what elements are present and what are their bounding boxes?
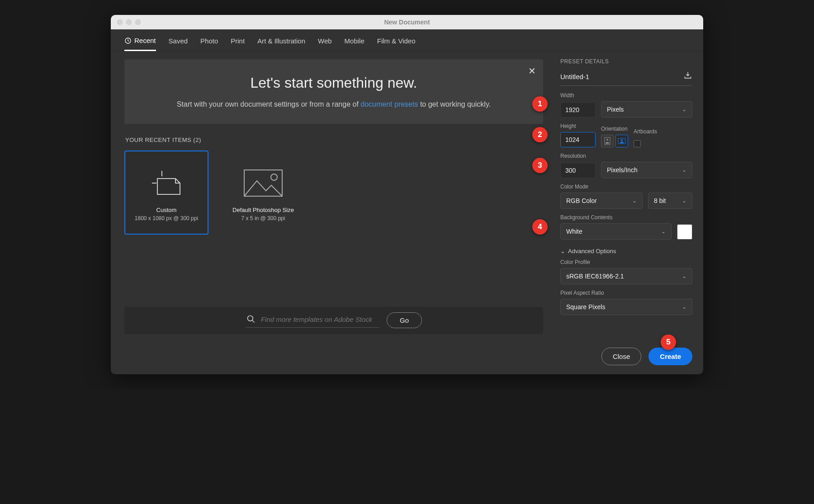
category-tabs: Recent Saved Photo Print Art & Illustrat…	[111, 29, 703, 51]
annotation-marker-4: 4	[532, 219, 548, 235]
resolution-unit-select[interactable]: Pixels/Inch⌄	[601, 162, 692, 178]
preset-name: Default Photoshop Size	[232, 207, 294, 213]
chevron-down-icon: ⌄	[682, 198, 686, 204]
window-title: New Document	[111, 19, 703, 26]
artboards-checkbox[interactable]	[634, 140, 641, 147]
tab-art[interactable]: Art & Illustration	[257, 37, 305, 51]
traffic-light-zoom[interactable]	[135, 19, 141, 25]
go-button[interactable]: Go	[387, 312, 422, 328]
annotation-marker-5: 5	[661, 334, 676, 350]
preset-custom[interactable]: Custom 1800 x 1080 px @ 300 ppi	[124, 151, 208, 235]
preset-details-panel: PRESET DETAILS Width Pixels⌄ Height Orie…	[549, 51, 703, 374]
traffic-light-minimize[interactable]	[126, 19, 132, 25]
tab-mobile[interactable]: Mobile	[345, 37, 364, 51]
height-label: Height	[560, 123, 596, 129]
resolution-input[interactable]	[560, 163, 596, 178]
annotation-marker-2: 2	[532, 127, 548, 142]
tab-film[interactable]: Film & Video	[377, 37, 416, 51]
artboards-label: Artboards	[634, 128, 657, 135]
recent-items-header: YOUR RECENT ITEMS (2)	[125, 137, 543, 143]
advanced-options-toggle[interactable]: ⌄Advanced Options	[560, 248, 692, 254]
bg-contents-label: Background Contents	[560, 214, 692, 221]
window-controls	[111, 19, 141, 25]
width-unit-select[interactable]: Pixels⌄	[601, 101, 692, 118]
bit-depth-select[interactable]: 8 bit⌄	[648, 193, 692, 209]
par-label: Pixel Aspect Ratio	[560, 290, 692, 296]
chevron-down-icon: ⌄	[632, 198, 637, 204]
bg-color-swatch[interactable]	[677, 224, 692, 240]
intro-text: Start with your own document settings or…	[142, 99, 525, 110]
svg-point-5	[247, 316, 253, 321]
color-profile-label: Color Profile	[560, 259, 692, 265]
color-mode-label: Color Mode	[560, 184, 692, 190]
clock-icon	[124, 37, 132, 44]
document-presets-link[interactable]: document presets	[360, 100, 418, 108]
main-panel: ✕ Let's start something new. Start with …	[111, 51, 549, 374]
preset-name: Custom	[156, 207, 177, 213]
resolution-label: Resolution	[560, 153, 692, 159]
titlebar: New Document	[111, 15, 703, 29]
tab-saved[interactable]: Saved	[169, 37, 188, 51]
create-button[interactable]: Create	[648, 348, 692, 365]
stock-search-input[interactable]	[261, 316, 379, 323]
tab-recent[interactable]: Recent	[124, 37, 156, 51]
width-input[interactable]	[560, 102, 596, 118]
image-preset-icon	[241, 163, 285, 203]
par-select[interactable]: Square Pixels⌄	[560, 299, 692, 315]
svg-point-4	[271, 174, 277, 180]
preset-details-title: PRESET DETAILS	[560, 58, 692, 65]
orientation-portrait[interactable]	[601, 135, 614, 147]
download-preset-icon[interactable]	[683, 71, 692, 82]
tab-photo[interactable]: Photo	[200, 37, 218, 51]
preset-sub: 7 x 5 in @ 300 ppi	[241, 215, 285, 221]
intro-headline: Let's start something new.	[142, 75, 525, 91]
svg-rect-3	[244, 170, 282, 196]
tab-web[interactable]: Web	[318, 37, 332, 51]
preset-list: Custom 1800 x 1080 px @ 300 ppi Default …	[124, 151, 543, 235]
svg-point-8	[606, 139, 608, 141]
svg-line-6	[252, 320, 254, 323]
orientation-label: Orientation	[601, 126, 628, 132]
annotation-marker-1: 1	[532, 96, 548, 112]
chevron-down-icon: ⌄	[682, 273, 686, 279]
chevron-down-icon: ⌄	[560, 248, 565, 254]
chevron-down-icon: ⌄	[661, 228, 666, 235]
search-icon	[246, 315, 256, 324]
height-input[interactable]	[560, 132, 596, 147]
tab-print[interactable]: Print	[231, 37, 245, 51]
close-icon[interactable]: ✕	[528, 66, 536, 76]
color-mode-select[interactable]: RGB Color⌄	[560, 193, 643, 209]
custom-preset-icon	[148, 163, 185, 203]
new-document-window: New Document Recent Saved Photo Print Ar…	[111, 15, 703, 374]
preset-default[interactable]: Default Photoshop Size 7 x 5 in @ 300 pp…	[221, 151, 305, 235]
stock-search-bar: Go	[124, 307, 543, 334]
close-button[interactable]: Close	[601, 348, 641, 365]
chevron-down-icon: ⌄	[682, 167, 686, 173]
intro-banner: ✕ Let's start something new. Start with …	[124, 59, 543, 124]
chevron-down-icon: ⌄	[682, 106, 686, 113]
orientation-landscape[interactable]	[615, 135, 628, 147]
width-label: Width	[560, 92, 692, 99]
svg-point-10	[621, 139, 623, 141]
preset-name-input[interactable]	[560, 73, 679, 80]
color-profile-select[interactable]: sRGB IEC61966-2.1⌄	[560, 268, 692, 284]
preset-sub: 1800 x 1080 px @ 300 ppi	[135, 215, 198, 221]
bg-contents-select[interactable]: White⌄	[560, 223, 672, 240]
annotation-marker-3: 3	[532, 158, 548, 173]
traffic-light-close[interactable]	[117, 19, 123, 25]
chevron-down-icon: ⌄	[682, 304, 686, 310]
